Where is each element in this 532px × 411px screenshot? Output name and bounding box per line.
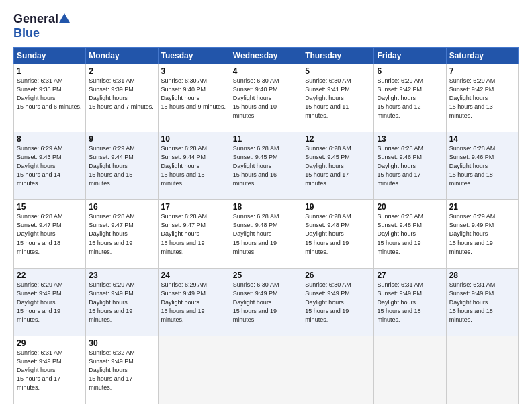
day-number: 15 — [17, 202, 83, 212]
day-info: Sunrise: 6:28 AMSunset: 9:47 PMDaylight … — [161, 212, 227, 256]
day-number: 7 — [449, 66, 515, 76]
day-number: 20 — [377, 202, 443, 212]
day-number: 10 — [161, 134, 227, 144]
calendar-cell: 25Sunrise: 6:30 AMSunset: 9:49 PMDayligh… — [230, 268, 302, 336]
calendar-cell: 2Sunrise: 6:31 AMSunset: 9:39 PMDaylight… — [86, 64, 158, 132]
calendar-row: 29Sunrise: 6:31 AMSunset: 9:49 PMDayligh… — [14, 336, 519, 404]
logo: General Blue — [13, 12, 70, 40]
day-number: 22 — [17, 271, 83, 280]
calendar-row: 15Sunrise: 6:28 AMSunset: 9:47 PMDayligh… — [14, 200, 519, 268]
day-number: 2 — [89, 66, 154, 76]
calendar-cell: 11Sunrise: 6:28 AMSunset: 9:45 PMDayligh… — [230, 132, 302, 200]
calendar-table: SundayMondayTuesdayWednesdayThursdayFrid… — [13, 47, 519, 404]
day-number: 27 — [377, 271, 443, 280]
calendar-cell: 10Sunrise: 6:28 AMSunset: 9:44 PMDayligh… — [158, 132, 230, 200]
calendar-cell: 16Sunrise: 6:28 AMSunset: 9:47 PMDayligh… — [86, 200, 158, 268]
day-info: Sunrise: 6:29 AMSunset: 9:49 PMDaylight … — [449, 212, 515, 256]
calendar-cell — [302, 336, 374, 404]
calendar-row: 1Sunrise: 6:31 AMSunset: 9:38 PMDaylight… — [14, 64, 519, 132]
day-info: Sunrise: 6:30 AMSunset: 9:40 PMDaylight … — [233, 77, 299, 120]
logo-general-text: General — [13, 12, 58, 26]
calendar-cell — [158, 336, 230, 404]
calendar-day-header: Monday — [86, 48, 158, 64]
day-number: 11 — [233, 134, 299, 144]
day-number: 6 — [377, 66, 443, 76]
logo-triangle-icon — [59, 13, 70, 26]
calendar-cell: 15Sunrise: 6:28 AMSunset: 9:47 PMDayligh… — [14, 200, 86, 268]
calendar-day-header: Tuesday — [158, 48, 230, 64]
calendar-row: 8Sunrise: 6:29 AMSunset: 9:43 PMDaylight… — [14, 132, 519, 200]
day-number: 29 — [17, 338, 83, 348]
day-info: Sunrise: 6:29 AMSunset: 9:49 PMDaylight … — [161, 281, 227, 324]
day-number: 19 — [305, 202, 371, 212]
calendar-cell: 22Sunrise: 6:29 AMSunset: 9:49 PMDayligh… — [14, 268, 86, 336]
day-number: 12 — [305, 134, 371, 144]
day-info: Sunrise: 6:29 AMSunset: 9:42 PMDaylight … — [377, 77, 443, 120]
day-number: 16 — [89, 202, 154, 212]
calendar-cell: 29Sunrise: 6:31 AMSunset: 9:49 PMDayligh… — [14, 336, 86, 404]
calendar-header-row: SundayMondayTuesdayWednesdayThursdayFrid… — [14, 48, 519, 64]
day-info: Sunrise: 6:29 AMSunset: 9:42 PMDaylight … — [449, 77, 515, 120]
calendar-cell: 1Sunrise: 6:31 AMSunset: 9:38 PMDaylight… — [14, 64, 86, 132]
day-number: 3 — [161, 66, 227, 76]
day-info: Sunrise: 6:31 AMSunset: 9:49 PMDaylight … — [449, 281, 515, 324]
calendar-cell: 5Sunrise: 6:30 AMSunset: 9:41 PMDaylight… — [302, 64, 374, 132]
day-number: 4 — [233, 66, 299, 76]
calendar-cell — [446, 336, 518, 404]
day-number: 28 — [449, 271, 515, 280]
day-info: Sunrise: 6:30 AMSunset: 9:41 PMDaylight … — [305, 77, 371, 120]
calendar-cell: 8Sunrise: 6:29 AMSunset: 9:43 PMDaylight… — [14, 132, 86, 200]
day-info: Sunrise: 6:30 AMSunset: 9:49 PMDaylight … — [233, 281, 299, 324]
calendar-cell: 19Sunrise: 6:28 AMSunset: 9:48 PMDayligh… — [302, 200, 374, 268]
day-number: 8 — [17, 134, 83, 144]
day-info: Sunrise: 6:30 AMSunset: 9:49 PMDaylight … — [305, 281, 371, 324]
day-info: Sunrise: 6:31 AMSunset: 9:49 PMDaylight … — [17, 349, 83, 392]
calendar-cell: 3Sunrise: 6:30 AMSunset: 9:40 PMDaylight… — [158, 64, 230, 132]
calendar-cell: 28Sunrise: 6:31 AMSunset: 9:49 PMDayligh… — [446, 268, 518, 336]
header: General Blue — [13, 12, 519, 40]
day-info: Sunrise: 6:29 AMSunset: 9:49 PMDaylight … — [17, 281, 83, 324]
day-info: Sunrise: 6:28 AMSunset: 9:48 PMDaylight … — [377, 212, 443, 256]
calendar-day-header: Saturday — [446, 48, 518, 64]
day-info: Sunrise: 6:28 AMSunset: 9:48 PMDaylight … — [305, 212, 371, 256]
calendar-cell: 9Sunrise: 6:29 AMSunset: 9:44 PMDaylight… — [86, 132, 158, 200]
logo-blue-text: Blue — [13, 26, 40, 40]
calendar-cell: 24Sunrise: 6:29 AMSunset: 9:49 PMDayligh… — [158, 268, 230, 336]
calendar-cell: 21Sunrise: 6:29 AMSunset: 9:49 PMDayligh… — [446, 200, 518, 268]
calendar-cell: 6Sunrise: 6:29 AMSunset: 9:42 PMDaylight… — [374, 64, 446, 132]
day-number: 24 — [161, 271, 227, 280]
day-info: Sunrise: 6:29 AMSunset: 9:49 PMDaylight … — [89, 281, 154, 324]
day-number: 18 — [233, 202, 299, 212]
calendar-cell: 12Sunrise: 6:28 AMSunset: 9:45 PMDayligh… — [302, 132, 374, 200]
calendar-cell: 30Sunrise: 6:32 AMSunset: 9:49 PMDayligh… — [86, 336, 158, 404]
svg-marker-0 — [59, 13, 70, 23]
day-info: Sunrise: 6:31 AMSunset: 9:49 PMDaylight … — [377, 281, 443, 324]
calendar-cell: 4Sunrise: 6:30 AMSunset: 9:40 PMDaylight… — [230, 64, 302, 132]
day-info: Sunrise: 6:28 AMSunset: 9:46 PMDaylight … — [377, 144, 443, 188]
calendar-day-header: Thursday — [302, 48, 374, 64]
calendar-cell: 14Sunrise: 6:28 AMSunset: 9:46 PMDayligh… — [446, 132, 518, 200]
calendar-cell: 26Sunrise: 6:30 AMSunset: 9:49 PMDayligh… — [302, 268, 374, 336]
day-number: 30 — [89, 338, 154, 348]
day-info: Sunrise: 6:32 AMSunset: 9:49 PMDaylight … — [89, 349, 154, 392]
calendar-cell: 13Sunrise: 6:28 AMSunset: 9:46 PMDayligh… — [374, 132, 446, 200]
day-number: 26 — [305, 271, 371, 280]
day-number: 13 — [377, 134, 443, 144]
calendar-cell: 18Sunrise: 6:28 AMSunset: 9:48 PMDayligh… — [230, 200, 302, 268]
day-info: Sunrise: 6:30 AMSunset: 9:40 PMDaylight … — [161, 77, 227, 111]
day-number: 25 — [233, 271, 299, 280]
day-number: 17 — [161, 202, 227, 212]
calendar-cell: 23Sunrise: 6:29 AMSunset: 9:49 PMDayligh… — [86, 268, 158, 336]
day-info: Sunrise: 6:28 AMSunset: 9:44 PMDaylight … — [161, 144, 227, 188]
day-info: Sunrise: 6:28 AMSunset: 9:48 PMDaylight … — [233, 212, 299, 256]
day-number: 1 — [17, 66, 83, 76]
calendar-cell — [374, 336, 446, 404]
day-info: Sunrise: 6:28 AMSunset: 9:45 PMDaylight … — [233, 144, 299, 188]
calendar-cell: 7Sunrise: 6:29 AMSunset: 9:42 PMDaylight… — [446, 64, 518, 132]
day-number: 9 — [89, 134, 154, 144]
calendar-day-header: Sunday — [14, 48, 86, 64]
calendar-cell: 17Sunrise: 6:28 AMSunset: 9:47 PMDayligh… — [158, 200, 230, 268]
day-info: Sunrise: 6:31 AMSunset: 9:39 PMDaylight … — [89, 77, 154, 111]
day-info: Sunrise: 6:28 AMSunset: 9:47 PMDaylight … — [89, 212, 154, 256]
day-info: Sunrise: 6:28 AMSunset: 9:46 PMDaylight … — [449, 144, 515, 188]
